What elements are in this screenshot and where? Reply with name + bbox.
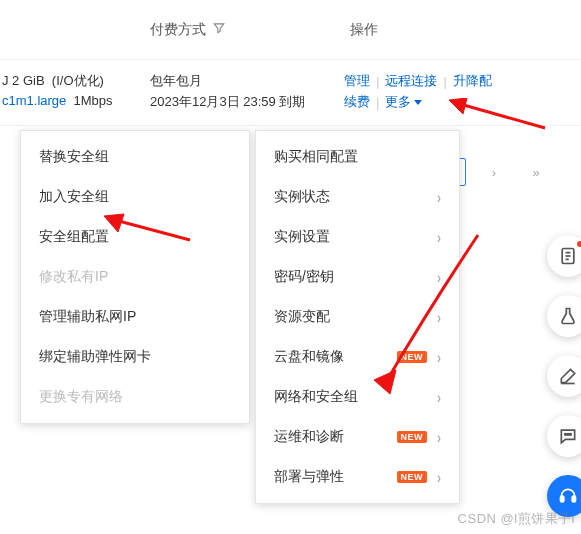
svg-rect-8: [561, 496, 564, 502]
instance-specs: J 2 GiB (I/O优化) c1m1.large 1Mbps: [0, 72, 150, 108]
table-header: 付费方式 操作: [0, 0, 581, 60]
dropdown-item[interactable]: 实例状态›: [256, 177, 459, 217]
chevron-right-icon: ›: [437, 427, 441, 447]
chevron-down-icon: [414, 100, 422, 105]
float-chat-button[interactable]: [547, 415, 581, 457]
submenu-security: 替换安全组加入安全组安全组配置修改私有IP管理辅助私网IP绑定辅助弹性网卡更换专…: [20, 130, 250, 424]
svg-marker-14: [374, 370, 396, 394]
notification-dot-icon: [577, 241, 581, 247]
submenu-item: 更换专有网络: [21, 377, 249, 417]
filter-icon[interactable]: [212, 21, 226, 38]
dropdown-item[interactable]: 部署与弹性NEW›: [256, 457, 459, 497]
submenu-item[interactable]: 替换安全组: [21, 137, 249, 177]
dropdown-item[interactable]: 购买相同配置: [256, 137, 459, 177]
action-manage[interactable]: 管理: [344, 72, 370, 90]
float-lab-button[interactable]: [547, 295, 581, 337]
svg-point-5: [565, 434, 567, 436]
submenu-item[interactable]: 管理辅助私网IP: [21, 297, 249, 337]
page-last[interactable]: »: [522, 158, 550, 186]
float-edit-button[interactable]: [547, 355, 581, 397]
col-billing-label: 付费方式: [150, 21, 206, 39]
dropdown-item[interactable]: 运维和诊断NEW›: [256, 417, 459, 457]
action-more[interactable]: 更多: [385, 93, 422, 111]
instance-billing: 包年包月 2023年12月3日 23:59 到期: [150, 72, 340, 111]
col-ops-label: 操作: [350, 21, 378, 37]
submenu-item: 修改私有IP: [21, 257, 249, 297]
annotation-arrow: [100, 210, 200, 250]
annotation-arrow: [445, 98, 555, 138]
chevron-right-icon: ›: [437, 187, 441, 207]
svg-line-12: [115, 220, 190, 240]
action-renew[interactable]: 续费: [344, 93, 370, 111]
chevron-right-icon: ›: [437, 467, 441, 487]
svg-point-7: [570, 434, 572, 436]
svg-point-6: [567, 434, 569, 436]
svg-marker-13: [104, 214, 124, 232]
instance-type-link[interactable]: c1m1.large: [2, 93, 66, 108]
svg-line-10: [460, 104, 545, 128]
float-buttons: [539, 235, 581, 517]
annotation-arrow: [368, 230, 488, 400]
watermark: CSDN @l煎饼果子l: [458, 510, 575, 528]
svg-rect-9: [572, 496, 575, 502]
page-next[interactable]: ›: [480, 158, 508, 186]
action-upgrade[interactable]: 升降配: [453, 72, 492, 90]
action-remote[interactable]: 远程连接: [385, 72, 437, 90]
submenu-item[interactable]: 绑定辅助弹性网卡: [21, 337, 249, 377]
new-badge: NEW: [397, 471, 428, 483]
new-badge: NEW: [397, 431, 428, 443]
svg-marker-11: [449, 98, 467, 114]
float-doc-button[interactable]: [547, 235, 581, 277]
